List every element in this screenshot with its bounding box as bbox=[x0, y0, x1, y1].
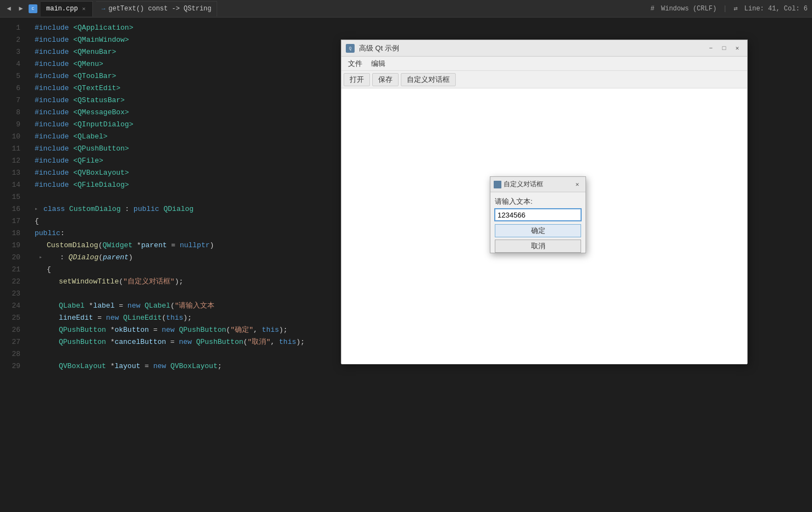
dialog-button-row: 确定 取消 bbox=[495, 224, 581, 253]
dialog-input-label: 请输入文本: bbox=[495, 197, 581, 207]
line-num-25: 25 bbox=[0, 312, 26, 324]
qt-toolbar-custom-dialog[interactable]: 自定义对话框 bbox=[401, 73, 456, 86]
qt-window[interactable]: Q 高级 Qt 示例 − □ ✕ 文件 编辑 打开 保存 自定义对话框 自定义对… bbox=[341, 40, 748, 364]
line-num-14: 14 bbox=[0, 179, 26, 191]
qt-window-title: 高级 Qt 示例 bbox=[357, 43, 703, 53]
qt-titlebar: Q 高级 Qt 示例 − □ ✕ bbox=[341, 40, 747, 57]
line-num-2: 2 bbox=[0, 34, 26, 46]
dialog-ok-button[interactable]: 确定 bbox=[495, 224, 581, 237]
qt-menu-edit[interactable]: 编辑 bbox=[367, 57, 390, 71]
tab-gettext[interactable]: → getText() const -> QString bbox=[96, 1, 218, 16]
qt-menubar: 文件 编辑 bbox=[341, 57, 747, 71]
line-num-4: 4 bbox=[0, 58, 26, 70]
back-icon[interactable]: ◀ bbox=[4, 4, 13, 13]
dialog-cancel-button[interactable]: 取消 bbox=[495, 240, 581, 253]
dialog-input-field[interactable] bbox=[495, 209, 581, 221]
hash-icon: # bbox=[650, 5, 654, 13]
dialog-icon bbox=[494, 181, 501, 188]
line-numbers: 1 2 3 4 5 6 7 8 9 10 11 12 13 14 15 16 1… bbox=[0, 18, 30, 385]
fold-icon-16[interactable]: ▸ bbox=[35, 203, 41, 215]
separator: | bbox=[723, 5, 727, 13]
line-num-6: 6 bbox=[0, 82, 26, 94]
qt-toolbar: 打开 保存 自定义对话框 bbox=[341, 71, 747, 88]
indent-icon: ⇄ bbox=[734, 4, 738, 13]
line-num-10: 10 bbox=[0, 131, 26, 143]
line-col-label: Line: 41, Col: 6 bbox=[744, 5, 808, 13]
line-num-27: 27 bbox=[0, 336, 26, 348]
qt-window-icon: Q bbox=[346, 44, 355, 53]
line-num-18: 18 bbox=[0, 227, 26, 240]
dialog-close-btn[interactable]: ✕ bbox=[572, 180, 582, 190]
line-num-24: 24 bbox=[0, 300, 26, 312]
line-num-22: 22 bbox=[0, 276, 26, 288]
qt-close-btn[interactable]: ✕ bbox=[732, 43, 743, 54]
line-num-15: 15 bbox=[0, 191, 26, 203]
top-tab-bar: ◀ ▶ C main.cpp ✕ → getText() const -> QS… bbox=[0, 0, 812, 18]
line-num-5: 5 bbox=[0, 70, 26, 82]
qt-toolbar-open[interactable]: 打开 bbox=[344, 73, 370, 86]
line-num-13: 13 bbox=[0, 167, 26, 179]
top-bar-right: # Windows (CRLF) | ⇄ Line: 41, Col: 6 bbox=[650, 4, 808, 13]
line-num-12: 12 bbox=[0, 155, 26, 167]
qt-maximize-btn[interactable]: □ bbox=[719, 43, 730, 54]
forward-icon[interactable]: ▶ bbox=[16, 4, 25, 13]
line-num-21: 21 bbox=[0, 264, 26, 276]
qt-menu-file[interactable]: 文件 bbox=[344, 57, 367, 71]
line-num-19: 19 bbox=[0, 240, 26, 252]
custom-dialog[interactable]: 自定义对话框 ✕ 请输入文本: 确定 取消 bbox=[490, 176, 586, 253]
code-line-1: #include <QApplication> bbox=[35, 22, 812, 34]
line-num-11: 11 bbox=[0, 143, 26, 155]
qt-minimize-btn[interactable]: − bbox=[705, 43, 716, 54]
tab-close-main-cpp[interactable]: ✕ bbox=[81, 4, 87, 13]
line-num-7: 7 bbox=[0, 94, 26, 107]
tab-label: getText() const -> QString bbox=[108, 5, 211, 13]
line-num-3: 3 bbox=[0, 46, 26, 58]
file-icon: C bbox=[29, 4, 37, 13]
line-num-16: 16 bbox=[0, 203, 26, 215]
line-num-17: 17 bbox=[0, 215, 26, 227]
fold-icon-20[interactable]: ▸ bbox=[39, 252, 46, 264]
line-num-1: 1 bbox=[0, 22, 26, 34]
dialog-titlebar: 自定义对话框 ✕ bbox=[490, 177, 585, 192]
dialog-title-text: 自定义对话框 bbox=[504, 180, 570, 189]
arrow-icon: → bbox=[102, 5, 106, 12]
dialog-body: 请输入文本: 确定 取消 bbox=[490, 192, 585, 257]
editor-area: 1 2 3 4 5 6 7 8 9 10 11 12 13 14 15 16 1… bbox=[0, 18, 812, 385]
line-num-9: 9 bbox=[0, 119, 26, 131]
line-num-29: 29 bbox=[0, 360, 26, 372]
line-num-26: 26 bbox=[0, 324, 26, 336]
line-num-23: 23 bbox=[0, 288, 26, 300]
line-num-28: 28 bbox=[0, 348, 26, 360]
line-num-8: 8 bbox=[0, 107, 26, 119]
qt-toolbar-save[interactable]: 保存 bbox=[372, 73, 399, 86]
tab-label: main.cpp bbox=[46, 5, 78, 13]
line-num-20: 20 bbox=[0, 252, 26, 264]
encoding-label: Windows (CRLF) bbox=[661, 5, 717, 13]
tab-main-cpp[interactable]: main.cpp ✕ bbox=[41, 1, 93, 16]
